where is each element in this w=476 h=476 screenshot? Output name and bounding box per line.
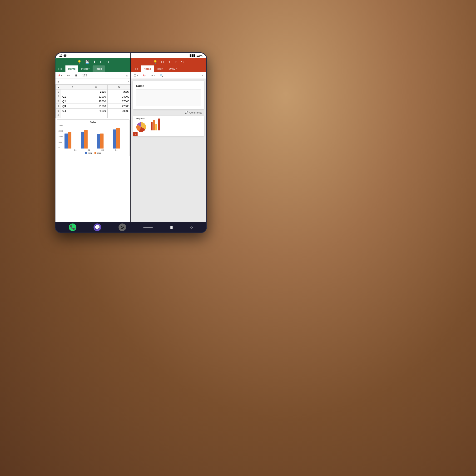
fold-line bbox=[130, 53, 131, 222]
x-label-q2: Q2 bbox=[87, 149, 90, 151]
ppt-tab-file[interactable]: File bbox=[131, 66, 141, 72]
ppt-present-icon[interactable]: ⊡ bbox=[161, 60, 164, 64]
table-row: 2 Q1 22000 24000 bbox=[56, 94, 131, 99]
row-2-header: 2 bbox=[56, 94, 61, 99]
data-table: ◢ A B C 1 2021 2022 bbox=[55, 85, 131, 118]
ppt-chevron-up-icon: ∧ bbox=[201, 74, 204, 77]
ppt-undo-icon[interactable]: ↩ bbox=[174, 60, 177, 64]
ppt-collapse-button[interactable]: ∧ bbox=[200, 73, 205, 78]
recent-apps-icon[interactable]: ||| bbox=[170, 225, 173, 229]
cell-icon: ⊞ bbox=[75, 74, 78, 77]
slide-thumbnail[interactable]: Categories bbox=[133, 116, 204, 136]
cell-c4[interactable]: 22000 bbox=[108, 104, 131, 108]
collapse-button[interactable]: ∧ bbox=[124, 73, 130, 78]
bar-q4-2022 bbox=[116, 128, 120, 149]
ppt-font-color-button[interactable]: A ∨ bbox=[141, 73, 148, 78]
cell-a4[interactable]: Q3 bbox=[61, 104, 84, 108]
x-label-q3: Q3 bbox=[102, 149, 104, 151]
slide-preview-main[interactable]: Sales bbox=[133, 81, 204, 109]
ppt-redo-icon[interactable]: ↪ bbox=[181, 60, 184, 64]
legend-dot-2021 bbox=[85, 152, 87, 154]
slide-title: Sales bbox=[136, 84, 201, 87]
bar-q1-2021 bbox=[65, 134, 68, 149]
ppt-tab-draw[interactable]: Draw ∨ bbox=[166, 66, 180, 72]
align-button[interactable]: ≡ ∨ bbox=[66, 73, 72, 78]
messages-icon[interactable]: 💬 bbox=[94, 223, 101, 231]
spreadsheet[interactable]: ◢ A B C 1 2021 2022 bbox=[55, 85, 131, 118]
bar-q3-2021 bbox=[97, 134, 100, 149]
excel-tab-insert[interactable]: Insert ∨ bbox=[78, 66, 93, 72]
bar-chart-area bbox=[64, 125, 128, 149]
signal-icon: ▋▋▋ bbox=[190, 54, 195, 57]
search-icon: 🔍 bbox=[160, 74, 163, 77]
ppt-share-icon[interactable]: ⬆ bbox=[168, 60, 171, 64]
row-1-header: 1 bbox=[56, 89, 61, 94]
cell-a1[interactable] bbox=[61, 89, 84, 94]
ppt-ribbon: File Home Insert Draw ∨ bbox=[131, 66, 206, 72]
y-label-7: 35000 bbox=[59, 125, 63, 126]
home-circle-icon[interactable]: ○ bbox=[190, 225, 193, 230]
save-icon[interactable]: 💾 bbox=[85, 60, 89, 64]
apps-icon[interactable]: ⊙ bbox=[119, 223, 126, 231]
status-time: 12:45 bbox=[59, 54, 67, 57]
ppt-align-button[interactable]: ≡ ∨ bbox=[150, 73, 156, 78]
dropdown-icon: ∨ bbox=[61, 74, 62, 76]
cell-a5[interactable]: Q4 bbox=[61, 108, 84, 113]
col-a-header[interactable]: A bbox=[61, 85, 84, 89]
bar-group-q1 bbox=[65, 132, 79, 149]
excel-tab-home[interactable]: Home bbox=[66, 66, 79, 72]
phone-icon[interactable]: 📞 bbox=[69, 223, 76, 231]
cell-c2[interactable]: 24000 bbox=[108, 94, 131, 99]
x-label-q1: Q1 bbox=[74, 149, 77, 151]
cell-b6[interactable] bbox=[84, 113, 108, 118]
cell-b4[interactable]: 21000 bbox=[84, 104, 108, 108]
redo-icon[interactable]: ↪ bbox=[106, 60, 109, 64]
number-format-button[interactable]: 123 bbox=[81, 73, 88, 78]
cell-format-button[interactable]: ⊞ bbox=[74, 73, 79, 78]
row-4-header: 4 bbox=[56, 104, 61, 108]
cell-a2[interactable]: Q1 bbox=[61, 94, 84, 99]
formula-input[interactable] bbox=[61, 80, 126, 84]
cell-c6[interactable] bbox=[108, 113, 131, 118]
cell-b1[interactable]: 2021 bbox=[84, 89, 108, 94]
formula-label: fx bbox=[57, 80, 59, 83]
bar-group-q4 bbox=[113, 128, 127, 149]
ppt-content-area: Sales 💬 Comments Categories bbox=[131, 79, 206, 222]
chevron-up-icon: ∧ bbox=[126, 74, 128, 77]
cell-b5[interactable]: 28000 bbox=[84, 108, 108, 113]
camera-icon[interactable] bbox=[143, 227, 153, 228]
cell-c1[interactable]: 2022 bbox=[108, 89, 131, 94]
cell-b3[interactable]: 25000 bbox=[84, 99, 108, 104]
table-row: 5 Q4 28000 30000 bbox=[56, 108, 131, 113]
categories-section: Categories bbox=[135, 117, 148, 135]
bar-group-q3 bbox=[97, 134, 111, 149]
font-color-button[interactable]: A ∨ bbox=[57, 73, 64, 78]
excel-tab-file[interactable]: File bbox=[55, 66, 66, 72]
cell-c5[interactable]: 30000 bbox=[108, 108, 131, 113]
ppt-font-icon: A bbox=[143, 74, 145, 77]
chart-legend: 2021 2022 bbox=[59, 152, 128, 154]
ppt-toolbar: 💡 ⊡ ⬆ ↩ ↪ bbox=[131, 58, 206, 66]
cell-b2[interactable]: 22000 bbox=[84, 94, 108, 99]
slide-content-area bbox=[136, 89, 201, 106]
excel-tab-table[interactable]: Table bbox=[93, 66, 105, 72]
cell-a3[interactable]: Q2 bbox=[61, 99, 84, 104]
undo-icon[interactable]: ↩ bbox=[100, 60, 102, 64]
lightbulb-icon: 💡 bbox=[77, 60, 81, 64]
thumb-bar-3 bbox=[155, 124, 157, 130]
cell-c3[interactable]: 27000 bbox=[108, 99, 131, 104]
row-6-header: 6 bbox=[56, 113, 61, 118]
comments-label: Comments bbox=[189, 111, 202, 114]
thumb-bar-4 bbox=[158, 119, 160, 130]
comments-area[interactable]: 💬 Comments bbox=[185, 111, 202, 114]
formula-bar: fx ∨ bbox=[55, 79, 131, 85]
ppt-tab-home[interactable]: Home bbox=[141, 66, 154, 72]
col-b-header[interactable]: B bbox=[84, 85, 108, 89]
cell-a6[interactable] bbox=[61, 113, 84, 118]
ppt-search-button[interactable]: 🔍 bbox=[158, 73, 165, 78]
col-c-header[interactable]: C bbox=[108, 85, 131, 89]
ppt-tab-insert[interactable]: Insert bbox=[154, 66, 166, 72]
ppt-format-bar: ⊡ ∨ A ∨ ≡ ∨ 🔍 ∧ bbox=[131, 72, 206, 79]
ppt-layout-button[interactable]: ⊡ ∨ bbox=[132, 73, 139, 78]
share-icon[interactable]: ⬆ bbox=[93, 60, 96, 64]
